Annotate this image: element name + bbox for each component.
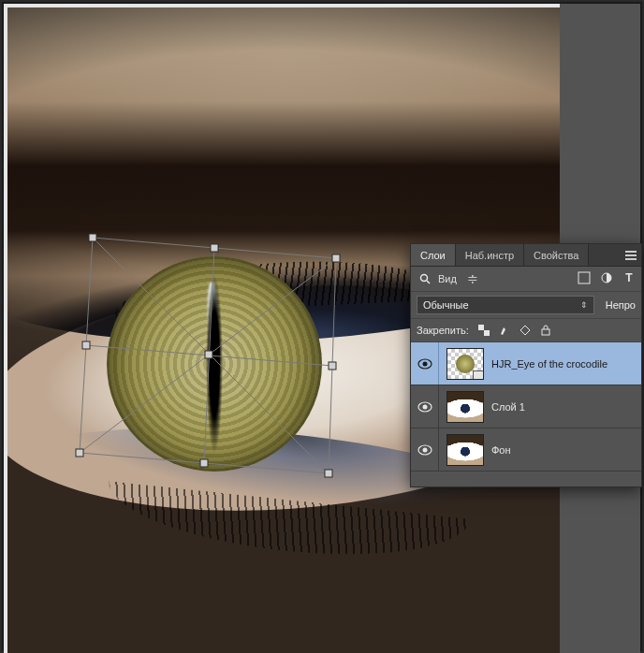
layer-thumbnail[interactable]: [446, 348, 484, 380]
layer-thumbnail[interactable]: [446, 434, 484, 466]
chevron-down-icon: ≑: [467, 272, 478, 285]
svg-point-25: [422, 361, 427, 366]
layer-name[interactable]: HJR_Eye of the crocodile: [491, 358, 641, 370]
layer-thumbnail[interactable]: [446, 391, 484, 423]
svg-rect-23: [542, 329, 549, 335]
lock-pixels-icon[interactable]: [497, 323, 512, 338]
crocodile-iris-layer[interactable]: [107, 256, 322, 472]
opacity-label: Непро: [606, 299, 636, 311]
panel-tabs: СлоиНаб.инстрСвойства: [411, 244, 641, 267]
svg-point-17: [421, 275, 428, 282]
lock-all-icon[interactable]: [538, 323, 553, 338]
visibility-toggle[interactable]: [411, 428, 439, 471]
lock-label: Закрепить:: [417, 325, 469, 336]
chevron-updown-icon: ⇕: [580, 300, 588, 310]
visibility-toggle[interactable]: [411, 385, 439, 428]
blend-mode-select[interactable]: Обычные ⇕: [417, 296, 594, 314]
ruler-top: [4, 4, 560, 7]
layers-list: HJR_Eye of the crocodileСлой 1Фон: [411, 342, 641, 472]
visibility-toggle[interactable]: [411, 342, 439, 385]
svg-point-27: [422, 404, 427, 409]
search-icon: [417, 270, 433, 287]
filter-type-icon[interactable]: T: [621, 269, 637, 286]
layer-name[interactable]: Слой 1: [491, 401, 641, 413]
smart-object-badge-icon: [473, 370, 484, 380]
lock-position-icon[interactable]: [518, 323, 533, 338]
layer-row[interactable]: Слой 1: [411, 385, 641, 428]
layer-row[interactable]: HJR_Eye of the crocodile: [411, 342, 641, 385]
layer-filter-label: Вид: [438, 273, 457, 284]
tab-2[interactable]: Свойства: [524, 244, 589, 266]
tab-0[interactable]: Слои: [411, 244, 456, 266]
blend-mode-value: Обычные: [423, 299, 469, 311]
lock-transparency-icon[interactable]: [476, 323, 491, 338]
layer-name[interactable]: Фон: [491, 444, 641, 456]
tab-1[interactable]: Наб.инстр: [456, 244, 524, 266]
layers-panel: СлоиНаб.инстрСвойства Вид ≑ T Обычные ⇕ …: [410, 243, 642, 487]
filter-pixel-icon[interactable]: [576, 269, 593, 286]
filter-adjust-icon[interactable]: [598, 269, 615, 286]
panel-menu-icon[interactable]: [621, 244, 641, 266]
svg-line-18: [427, 281, 430, 283]
svg-point-29: [422, 447, 427, 452]
ruler-left: [4, 4, 7, 653]
svg-rect-21: [478, 325, 484, 330]
svg-rect-19: [578, 272, 590, 283]
panel-bottom-spacer: [411, 472, 641, 486]
layer-row[interactable]: Фон: [411, 428, 641, 472]
svg-rect-22: [484, 330, 490, 336]
